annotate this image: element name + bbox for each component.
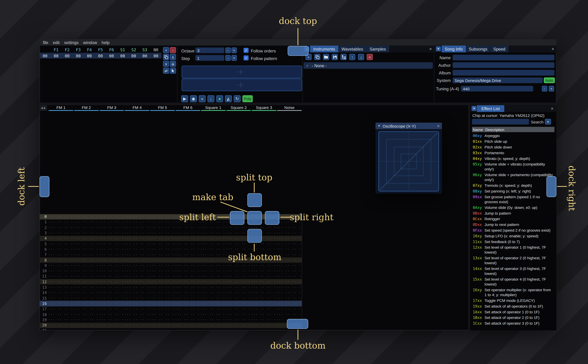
pattern-cell[interactable]: ··· ·· ·· ··· xyxy=(124,253,150,257)
pattern-cell[interactable]: ··· ·· ·· ··· xyxy=(200,312,226,316)
pattern-cell[interactable]: ··· ·· ·· ··· xyxy=(74,220,99,224)
octave-decrease-button[interactable]: - xyxy=(225,47,231,53)
pattern-cell[interactable]: ··· ·· ·· ··· xyxy=(226,242,251,246)
pattern-cell[interactable]: ··· ·· ·· ··· xyxy=(124,296,150,300)
effect-row[interactable]: 0FxxSet speed (speed 2 if no grooves exi… xyxy=(472,228,555,233)
pattern-cell[interactable]: ··· ·· ·· ··· xyxy=(226,274,251,278)
order-cell[interactable]: 00 xyxy=(106,53,117,58)
pattern-cell[interactable]: ··· ·· ·· ··· xyxy=(150,220,175,224)
pattern-cell[interactable]: ··· ·· ·· ··· xyxy=(99,258,124,262)
pattern-cell[interactable]: ··· ·· ·· ··· xyxy=(150,269,175,273)
pattern-cell[interactable]: ··· ·· ·· ··· xyxy=(99,242,124,246)
effect-row[interactable]: 13xxSet level of operator 2 (0 highest, … xyxy=(472,255,555,266)
close-icon[interactable]: × xyxy=(437,123,440,129)
pattern-cell[interactable]: ··· ·· ·· ··· xyxy=(200,253,226,257)
instrument-list-options-button[interactable] xyxy=(340,54,347,60)
pattern-cell[interactable]: ··· ·· ·· ··· xyxy=(48,291,73,295)
channel-header[interactable]: Square 2 xyxy=(226,105,251,111)
pattern-cell[interactable]: ··· ·· ·· ··· xyxy=(200,237,226,240)
pattern-cell[interactable]: ··· ·· ·· ··· xyxy=(175,258,200,262)
pattern-cell[interactable]: ··· ·· ·· ··· xyxy=(277,274,302,278)
pattern-cell[interactable]: ··· ·· ·· ··· xyxy=(124,323,150,327)
channel-header[interactable]: FM 2 xyxy=(74,105,99,111)
pattern-cell[interactable]: ··· ·· ·· ··· xyxy=(48,285,73,289)
system-auto-button[interactable]: Auto xyxy=(544,78,555,83)
effect-row[interactable]: 03xxPortamento xyxy=(472,150,555,156)
pattern-cell[interactable]: ··· ·· ·· ··· xyxy=(277,231,302,235)
pattern-cell[interactable]: ··· ·· ·· ··· xyxy=(48,329,73,330)
order-cell[interactable]: 00 xyxy=(139,53,150,58)
pattern-cell[interactable]: ··· ·· ·· ··· xyxy=(48,269,73,273)
dock-top-target[interactable] xyxy=(288,46,309,56)
pattern-cell[interactable]: ··· ·· ·· ··· xyxy=(251,318,276,322)
pattern-cell[interactable]: ··· ·· ·· ··· xyxy=(124,318,150,322)
effect-search-input[interactable] xyxy=(472,119,529,124)
pattern-cell[interactable]: ··· ·· ·· ··· xyxy=(175,291,200,295)
song-name-input[interactable] xyxy=(453,55,555,60)
pattern-cell[interactable]: ··· ·· ·· ··· xyxy=(74,274,99,278)
pattern-cell[interactable]: ··· ·· ·· ··· xyxy=(124,269,150,273)
pattern-cell[interactable]: ··· ·· ·· ··· xyxy=(175,274,200,278)
step-increase-button[interactable]: + xyxy=(231,55,237,61)
pattern-cell[interactable]: ··· ·· ·· ··· xyxy=(277,302,302,306)
hamburger-menu-button[interactable]: ≡ xyxy=(545,119,551,124)
pattern-cell[interactable]: ··· ·· ·· ··· xyxy=(74,242,99,246)
song-author-input[interactable] xyxy=(453,62,555,68)
menu-item-help[interactable]: help xyxy=(102,40,109,45)
pattern-cell[interactable]: ··· ·· ·· ··· xyxy=(74,247,99,251)
effect-row[interactable]: 08xySet panning (x: left; y: right) xyxy=(472,188,555,194)
piano-keyboard-upper[interactable] xyxy=(182,66,302,78)
duplicate-order-to-end-button[interactable]: ⇊ xyxy=(170,61,176,67)
order-cell[interactable]: 00 xyxy=(84,53,95,58)
pattern-cell[interactable]: ··· ·· ·· ··· xyxy=(150,258,175,262)
order-cell[interactable]: 00 xyxy=(128,53,139,58)
effect-row[interactable]: 05xyVolume slide + vibrato (compatibilit… xyxy=(472,161,555,172)
pattern-cell[interactable]: ··· ·· ·· ··· xyxy=(175,269,200,273)
move-instrument-down-button[interactable]: ↓ xyxy=(358,54,364,60)
pattern-cell[interactable]: ··· ·· ·· ··· xyxy=(175,242,200,246)
menu-item-window[interactable]: window xyxy=(83,40,97,45)
follow-pattern-checkbox[interactable]: ✓ xyxy=(244,55,248,60)
pattern-cell[interactable]: ··· ·· ·· ··· xyxy=(99,274,124,278)
pattern-cell[interactable]: ··· ·· ·· ··· xyxy=(277,247,302,251)
pattern-cell[interactable]: ··· ·· ·· ··· xyxy=(150,264,175,267)
song-album-input[interactable] xyxy=(453,70,555,76)
tab-instruments[interactable]: Instruments xyxy=(310,46,338,52)
order-cell[interactable]: 00 xyxy=(150,53,161,58)
tuning-increase-button[interactable]: + xyxy=(549,86,554,91)
pattern-cell[interactable]: ··· ·· ·· ··· xyxy=(124,291,150,295)
pattern-cell[interactable]: ··· ·· ·· ··· xyxy=(277,296,302,300)
pattern-cell[interactable]: ··· ·· ·· ··· xyxy=(200,285,226,289)
pattern-cell[interactable]: ··· ·· ·· ··· xyxy=(48,237,73,240)
pattern-cell[interactable]: ··· ·· ·· ··· xyxy=(99,285,124,289)
close-icon[interactable]: × xyxy=(549,106,555,111)
effect-row[interactable]: 1CxxSet attack of operator 3 (0 to 1F) xyxy=(472,320,555,326)
pattern-cell[interactable]: ··· ·· ·· ··· xyxy=(175,285,200,289)
order-cell[interactable]: 00 xyxy=(51,53,62,58)
pattern-cell[interactable]: ··· ·· ·· ··· xyxy=(48,247,73,251)
add-order-button[interactable]: + xyxy=(163,47,169,53)
pattern-cell[interactable]: ··· ·· ·· ··· xyxy=(124,280,150,284)
move-order-down-button[interactable]: ∨ xyxy=(163,61,169,67)
pattern-cell[interactable]: ··· ·· ·· ··· xyxy=(150,280,175,284)
vertical-splitter[interactable] xyxy=(468,105,470,330)
pattern-cell[interactable]: ··· ·· ·· ··· xyxy=(74,253,99,257)
pattern-cell[interactable]: ··· ·· ·· ··· xyxy=(74,215,99,219)
pattern-cell[interactable]: ··· ·· ·· ··· xyxy=(150,215,175,219)
pattern-cell[interactable]: ··· ·· ·· ··· xyxy=(175,253,200,257)
effect-row[interactable]: 0AxyVolume slide (0y: down; x0: up) xyxy=(472,205,555,210)
effect-row[interactable]: 00xyArpeggio xyxy=(472,133,555,139)
effect-row[interactable]: 14xxSet level of operator 3 (0 highest, … xyxy=(472,266,555,276)
pattern-cell[interactable]: ··· ·· ·· ··· xyxy=(277,226,302,229)
pattern-cell[interactable]: ··· ·· ·· ··· xyxy=(226,237,251,240)
pattern-cell[interactable]: ··· ·· ·· ··· xyxy=(99,215,124,219)
pattern-cell[interactable]: ··· ·· ·· ··· xyxy=(150,329,175,330)
delete-instrument-button[interactable]: × xyxy=(367,54,373,60)
pattern-cell[interactable]: ··· ·· ·· ··· xyxy=(277,280,302,284)
pattern-cell[interactable]: ··· ·· ·· ··· xyxy=(48,302,73,306)
move-order-up-button[interactable]: ∧ xyxy=(170,54,176,60)
pattern-cell[interactable]: ··· ·· ·· ··· xyxy=(200,307,226,311)
pattern-cell[interactable]: ··· ·· ·· ··· xyxy=(124,307,150,311)
pattern-cell[interactable]: ··· ·· ·· ··· xyxy=(277,264,302,267)
pattern-cell[interactable]: ··· ·· ·· ··· xyxy=(124,274,150,278)
